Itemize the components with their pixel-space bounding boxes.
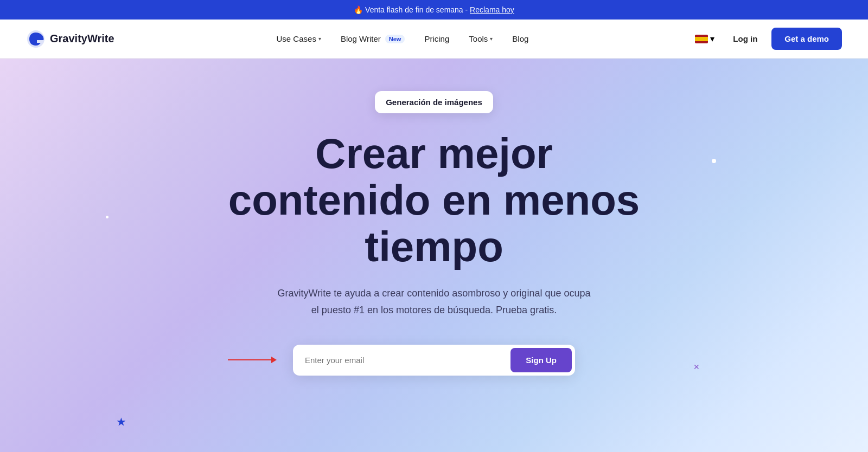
logo-text: GravityWrite [50, 33, 114, 45]
nav-tools[interactable]: Tools ▾ [461, 30, 500, 48]
nav-use-cases-label: Use Cases [277, 34, 316, 43]
nav-blog-writer-label: Blog Writer [341, 34, 381, 43]
arrow-head-icon [271, 357, 277, 363]
floating-chip-text: Generación de imágenes [386, 98, 482, 107]
tools-chevron-icon: ▾ [490, 36, 493, 42]
email-input[interactable] [296, 349, 510, 371]
banner-fire: 🔥 [354, 5, 363, 14]
nav-pricing[interactable]: Pricing [417, 30, 457, 48]
nav-pricing-label: Pricing [424, 34, 449, 43]
navbar: GravityWrite Use Cases ▾ Blog Writer New… [0, 20, 868, 59]
decorative-dot-2 [106, 216, 108, 218]
nav-right: ▾ Log in Get a demo [691, 28, 842, 50]
login-button[interactable]: Log in [725, 30, 765, 48]
language-selector[interactable]: ▾ [691, 30, 719, 47]
nav-logo[interactable]: GravityWrite [26, 29, 114, 49]
hero-title-line3: tiempo [365, 223, 503, 270]
hero-title-line2: contenido en menos [228, 176, 640, 224]
hero-section: ★ ✕ Generación de imágenes Crear mejor c… [0, 59, 868, 452]
use-cases-chevron-icon: ▾ [318, 36, 321, 42]
nav-blog[interactable]: Blog [505, 30, 536, 48]
nav-links: Use Cases ▾ Blog Writer New Pricing Tool… [269, 30, 537, 48]
nav-blog-label: Blog [512, 34, 528, 43]
lang-chevron-icon: ▾ [710, 34, 714, 44]
spain-flag-icon [695, 35, 708, 43]
decorative-dot-1 [712, 159, 716, 163]
hero-title-line1: Crear mejor [315, 130, 553, 177]
nav-use-cases[interactable]: Use Cases ▾ [269, 30, 329, 48]
email-form-wrapper: Sign Up [293, 345, 575, 376]
arrow-indicator [228, 357, 277, 363]
new-badge: New [385, 35, 405, 43]
banner-link[interactable]: Reclama hoy [470, 5, 514, 14]
nav-blog-writer[interactable]: Blog Writer New [333, 30, 413, 48]
decorative-star-blue: ★ [117, 416, 125, 428]
nav-tools-label: Tools [469, 34, 488, 43]
gravitywrite-logo-icon [26, 29, 46, 49]
get-demo-button[interactable]: Get a demo [771, 28, 842, 50]
email-signup-form: Sign Up [293, 345, 575, 376]
floating-chip: Generación de imágenes [375, 91, 493, 113]
decorative-star-purple: ✕ [693, 363, 700, 371]
arrow-line [228, 359, 271, 360]
hero-title: Crear mejor contenido en menos tiempo [228, 131, 640, 270]
signup-button[interactable]: Sign Up [510, 348, 572, 372]
top-banner: 🔥 Venta flash de fin de semana - Reclama… [0, 0, 868, 20]
banner-text: Venta flash de fin de semana - [365, 5, 468, 14]
hero-subtitle: GravityWrite te ayuda a crear contenido … [277, 285, 591, 318]
